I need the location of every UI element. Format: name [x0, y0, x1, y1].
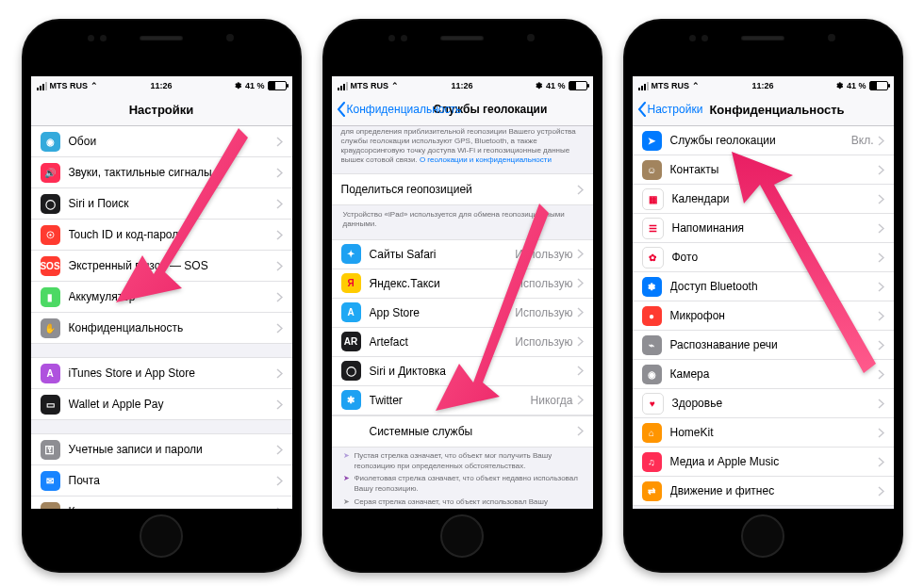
battery-icon: ▮: [41, 287, 60, 307]
settings-row-motion[interactable]: ⇄Движение и фитнес: [633, 477, 894, 506]
row-label: Аккумулятор: [69, 290, 276, 303]
settings-row-speech[interactable]: ⌁Распознавание речи: [633, 331, 894, 360]
chevron-right-icon: [577, 395, 584, 405]
settings-row-bt[interactable]: ✽Доступ Bluetooth: [633, 272, 894, 301]
motion-icon: ⇄: [642, 481, 662, 501]
settings-row-artefact[interactable]: ARArtefactИспользую: [332, 328, 593, 357]
share-location-row[interactable]: Поделиться геопозицией: [332, 173, 593, 205]
chevron-right-icon: [276, 199, 283, 209]
artefact-icon: AR: [341, 332, 361, 351]
row-label: Экстренный вызов — SOS: [69, 259, 276, 272]
row-label: Здоровье: [672, 397, 878, 410]
sos-icon: SOS: [41, 256, 60, 276]
row-detail: Вкл.: [851, 134, 874, 147]
settings-row-twitter[interactable]: ✱TwitterНикогда: [332, 386, 593, 415]
settings-row-wallpaper[interactable]: ◉Обои: [31, 126, 292, 157]
appstore-icon: A: [341, 302, 361, 322]
settings-row-mail[interactable]: ✉Почта: [31, 465, 292, 496]
privacy-link[interactable]: О геолокации и конфиденциальности: [420, 155, 552, 164]
location-icon: ➤: [642, 131, 662, 151]
settings-row-location[interactable]: ➤Службы геолокацииВкл.: [633, 126, 894, 155]
settings-row-wallet[interactable]: ▭Wallet и Apple Pay: [31, 389, 292, 420]
home-button[interactable]: [741, 514, 784, 558]
settings-row-homekit[interactable]: ⌂HomeKit: [633, 418, 894, 448]
settings-row-reminders[interactable]: ☰Напоминания: [633, 214, 894, 243]
settings-row-touchid[interactable]: ☉Touch ID и код-пароль: [31, 220, 292, 251]
privacy-icon: ✋: [41, 318, 60, 338]
settings-row-music[interactable]: ♫Медиа и Apple Music: [633, 448, 894, 477]
settings-row-camera[interactable]: ◉Камера: [633, 360, 894, 389]
touchid-icon: ☉: [41, 225, 60, 245]
chevron-right-icon: [878, 311, 884, 321]
settings-row-yandex[interactable]: ЯЯндекс.ТаксиИспользую: [332, 269, 593, 299]
settings-row-privacy[interactable]: ✋Конфиденциальность: [31, 313, 292, 344]
home-button[interactable]: [440, 514, 484, 558]
nav-bar: Настройки Конфиденциальность: [633, 93, 894, 126]
row-label: App Store: [370, 306, 516, 319]
settings-row-safari[interactable]: ✦Сайты SafariИспользую: [332, 239, 593, 269]
page-title: Настройки: [31, 103, 292, 117]
carrier-label: MTS RUS: [50, 81, 89, 90]
settings-row-itunes[interactable]: AiTunes Store и App Store: [31, 357, 292, 389]
status-bar: MTS RUS⌃ 11:26 ✽41 %: [633, 76, 894, 93]
itunes-icon: A: [41, 364, 60, 383]
row-detail: Никогда: [531, 394, 573, 407]
settings-row-health[interactable]: ♥Здоровье: [633, 389, 894, 418]
back-button[interactable]: Настройки: [633, 102, 703, 117]
wallpaper-icon: ◉: [41, 132, 60, 152]
row-label: Touch ID и код-пароль: [69, 228, 276, 241]
twitter-icon: ✱: [341, 390, 361, 410]
chevron-right-icon: [276, 323, 283, 334]
calendar2-icon: ▦: [642, 188, 664, 210]
chevron-right-icon: [878, 428, 884, 438]
settings-row-accounts[interactable]: ⚿Учетные записи и пароли: [31, 433, 292, 465]
screen-privacy: MTS RUS⌃ 11:26 ✽41 % Настройки Конфиденц…: [633, 76, 894, 509]
status-bar: MTS RUS⌃ 11:26 ✽41 %: [31, 76, 292, 93]
chevron-right-icon: [878, 252, 884, 263]
settings-row-mic[interactable]: ●Микрофон: [633, 301, 894, 331]
chevron-left-icon: [337, 102, 346, 117]
row-label: Микрофон: [670, 309, 878, 322]
settings-row-siri[interactable]: ◯Siri и Поиск: [31, 188, 292, 220]
settings-row-appstore[interactable]: AApp StoreИспользую: [332, 299, 593, 328]
camera-icon: ◉: [642, 365, 662, 384]
legend-arrow-icon: ➤: [343, 451, 350, 472]
contacts-icon: ☺: [41, 502, 60, 510]
row-label: Распознавание речи: [670, 338, 878, 351]
row-detail: Использую: [515, 277, 572, 290]
settings-row-sounds[interactable]: 🔊Звуки, тактильные сигналы: [31, 157, 292, 188]
contacts2-icon: ☺: [642, 160, 662, 180]
system-services-row[interactable]: Системные службы: [332, 415, 593, 448]
row-detail: Использую: [515, 335, 572, 349]
phone-frame: MTS RUS⌃ 11:26 ✽41 % Настройки Конфиденц…: [623, 19, 903, 573]
back-button[interactable]: Конфиденциальность: [332, 102, 462, 117]
settings-row-sos[interactable]: SOSЭкстренный вызов — SOS: [31, 251, 292, 282]
settings-row-contacts2[interactable]: ☺Контакты: [633, 155, 894, 185]
settings-row-contacts[interactable]: ☺Контакты: [31, 496, 292, 509]
settings-row-photos[interactable]: ✿Фото: [633, 243, 894, 272]
mail-icon: ✉: [41, 471, 60, 491]
screen-location-services: MTS RUS⌃ 11:26 ✽41 % Конфиденциальность …: [332, 76, 593, 509]
nav-bar: Настройки: [31, 93, 292, 126]
home-button[interactable]: [140, 514, 183, 558]
row-label: Яндекс.Такси: [370, 277, 516, 290]
wifi-icon: ⌃: [91, 81, 98, 90]
chevron-right-icon: [878, 340, 884, 350]
row-label: Напоминания: [672, 221, 878, 235]
wallet-icon: ▭: [41, 395, 60, 415]
settings-row-calendar2[interactable]: ▦Календари: [633, 185, 894, 214]
row-label: Контакты: [69, 505, 276, 509]
chevron-right-icon: [878, 282, 884, 292]
settings-row-battery[interactable]: ▮Аккумулятор: [31, 282, 292, 313]
row-label: Wallet и Apple Pay: [69, 398, 276, 411]
settings-row-siridict[interactable]: ◯Siri и Диктовка: [332, 357, 593, 386]
battery-pct: 41 %: [245, 81, 265, 90]
chevron-right-icon: [878, 136, 884, 146]
chevron-right-icon: [878, 399, 884, 409]
back-label: Конфиденциальность: [347, 103, 462, 116]
row-label: Камера: [670, 367, 878, 381]
phone-frame: MTS RUS⌃ 11:26 ✽41 % Настройки ◉Обои🔊Зву…: [22, 19, 302, 573]
nav-bar: Конфиденциальность Службы геолокации: [332, 93, 593, 126]
legend-arrow-icon: ➤: [343, 497, 350, 509]
row-label: Twitter: [370, 394, 531, 407]
